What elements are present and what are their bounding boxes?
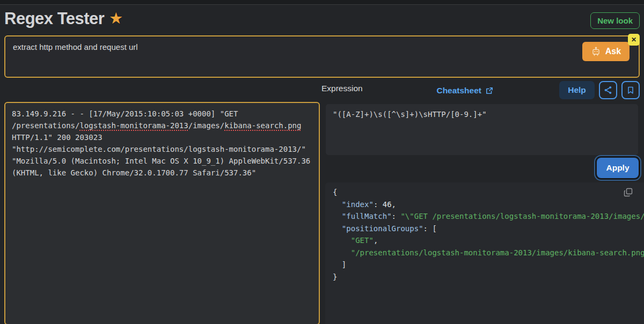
match-result-json: { "index": 46, "fullMatch": "\"GET /pres…	[333, 186, 644, 283]
help-button[interactable]: Help	[559, 81, 595, 99]
expression-input[interactable]: "([A-Z]+)\s([^\s]+)\sHTTP/[0-9.]+"	[325, 104, 639, 156]
top-window-strip	[0, 0, 644, 5]
ask-button-label: Ask	[605, 47, 621, 56]
cheatsheet-link[interactable]: Cheatsheet	[436, 86, 493, 95]
ai-prompt-input[interactable]: extract http method and request url	[13, 42, 138, 51]
bookmark-button[interactable]	[621, 81, 640, 99]
ai-prompt-box[interactable]: extract http method and request url Ask …	[4, 35, 640, 78]
page-title: Regex Tester★	[4, 9, 122, 28]
new-look-button[interactable]: New look	[590, 12, 640, 29]
test-string-input[interactable]: 83.149.9.216 - - [17/May/2015:10:05:03 +…	[4, 102, 320, 324]
bookmark-icon	[626, 86, 635, 94]
apply-button[interactable]: Apply	[597, 158, 639, 178]
cheatsheet-link-label: Cheatsheet	[436, 86, 481, 95]
match-result-panel: { "index": 46, "fullMatch": "\"GET /pres…	[325, 182, 644, 324]
close-icon: ✕	[631, 36, 636, 43]
share-icon	[603, 85, 613, 95]
copy-button[interactable]	[624, 187, 633, 197]
expression-label: Expression	[321, 84, 363, 93]
ask-button[interactable]: Ask	[582, 42, 630, 61]
share-button[interactable]	[599, 81, 617, 99]
robot-icon	[591, 47, 601, 57]
prompt-close-button[interactable]: ✕	[628, 34, 640, 46]
favorite-star-icon: ★	[109, 10, 122, 26]
copy-icon	[624, 188, 633, 197]
page-title-text: Regex Tester	[4, 9, 104, 28]
external-link-icon	[486, 87, 493, 94]
